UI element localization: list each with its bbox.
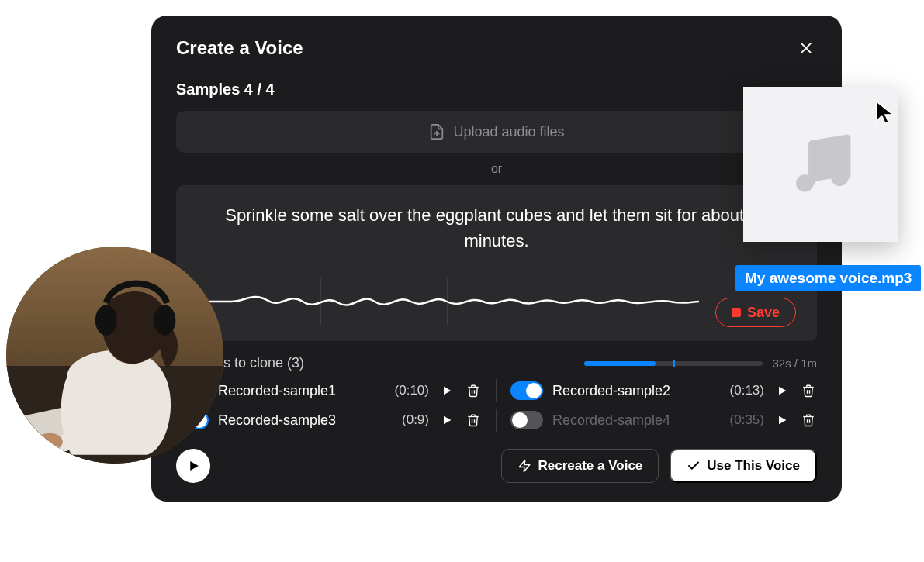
prompt-text: Sprinkle some salt over the eggplant cub… bbox=[195, 202, 798, 253]
trash-icon bbox=[801, 384, 815, 398]
sample-name: Recorded-sample4 bbox=[552, 412, 721, 429]
sample-name: Recorded-sample2 bbox=[552, 383, 721, 399]
progress-bar[interactable] bbox=[584, 361, 763, 366]
svg-marker-3 bbox=[444, 387, 451, 395]
create-voice-modal: Create a Voice Samples 4 / 4 Upload audi… bbox=[151, 16, 842, 502]
recreate-voice-button[interactable]: Recreate a Voice bbox=[501, 449, 659, 483]
svg-point-14 bbox=[154, 305, 175, 336]
svg-point-13 bbox=[95, 305, 117, 336]
modal-header: Create a Voice bbox=[176, 37, 817, 59]
play-icon bbox=[441, 384, 453, 397]
dragged-file-name: My awesome voice.mp3 bbox=[735, 265, 921, 291]
sample-row: Recorded-sample1 (0:10) bbox=[176, 379, 497, 402]
progress-fill bbox=[584, 361, 656, 366]
trash-icon bbox=[801, 413, 815, 427]
svg-marker-6 bbox=[779, 416, 786, 425]
preview-play-button[interactable] bbox=[176, 449, 210, 483]
save-label: Save bbox=[747, 305, 780, 321]
check-icon bbox=[687, 459, 701, 473]
cursor-icon bbox=[872, 99, 898, 126]
upload-audio-button[interactable]: Upload audio files bbox=[176, 111, 817, 153]
sample-row: Recorded-sample3 (0:9) bbox=[176, 409, 497, 432]
close-icon bbox=[798, 40, 814, 56]
waveform-line bbox=[195, 278, 699, 325]
or-separator: or bbox=[176, 162, 817, 176]
svg-marker-4 bbox=[779, 387, 786, 395]
upload-label: Upload audio files bbox=[453, 124, 564, 140]
sample-name: Recorded-sample3 bbox=[218, 412, 393, 429]
music-note-icon bbox=[786, 129, 856, 199]
use-label: Use This Voice bbox=[707, 458, 800, 474]
svg-marker-7 bbox=[190, 461, 199, 471]
play-sample-button[interactable] bbox=[773, 412, 791, 429]
use-this-voice-button[interactable]: Use This Voice bbox=[670, 449, 817, 483]
waveform-row: 0:05 Save bbox=[195, 275, 798, 327]
progress-marker bbox=[673, 360, 675, 367]
svg-marker-8 bbox=[520, 460, 531, 472]
play-sample-button[interactable] bbox=[438, 412, 455, 429]
clone-progress: 32s / 1m bbox=[584, 357, 817, 370]
save-recording-button[interactable]: Save bbox=[715, 298, 796, 327]
samples-counter: Samples 4 / 4 bbox=[176, 81, 817, 98]
modal-title: Create a Voice bbox=[176, 37, 303, 59]
avatar-image bbox=[6, 247, 223, 464]
progress-text: 32s / 1m bbox=[772, 357, 817, 370]
file-upload-icon bbox=[428, 123, 445, 140]
sample-row: Recorded-sample4 (0:35) bbox=[497, 409, 817, 432]
samples-list: Recorded-sample1 (0:10) Recorded-sample2… bbox=[176, 379, 817, 432]
delete-sample-button[interactable] bbox=[465, 382, 482, 399]
play-sample-button[interactable] bbox=[438, 382, 455, 399]
sample-duration: (0:35) bbox=[730, 412, 764, 428]
sample-toggle[interactable] bbox=[510, 411, 543, 429]
user-avatar bbox=[6, 247, 223, 464]
close-button[interactable] bbox=[795, 37, 817, 59]
play-icon bbox=[776, 414, 788, 426]
sample-name: Recorded-sample1 bbox=[218, 383, 386, 399]
waveform[interactable] bbox=[195, 278, 699, 325]
sample-duration: (0:9) bbox=[402, 412, 429, 428]
delete-sample-button[interactable] bbox=[800, 412, 817, 429]
clone-section-header: Samples to clone (3) 32s / 1m bbox=[176, 355, 817, 371]
sample-duration: (0:13) bbox=[730, 383, 764, 398]
delete-sample-button[interactable] bbox=[800, 382, 817, 399]
sample-row: Recorded-sample2 (0:13) bbox=[497, 379, 817, 402]
stop-icon bbox=[732, 308, 741, 317]
svg-point-11 bbox=[36, 433, 63, 450]
trash-icon bbox=[466, 384, 480, 398]
trash-icon bbox=[466, 413, 480, 427]
sample-toggle[interactable] bbox=[510, 381, 543, 400]
play-icon bbox=[186, 459, 200, 473]
play-icon bbox=[441, 414, 453, 426]
svg-marker-5 bbox=[444, 416, 451, 425]
sample-duration: (0:10) bbox=[395, 383, 429, 398]
recreate-label: Recreate a Voice bbox=[538, 458, 642, 474]
play-sample-button[interactable] bbox=[773, 382, 791, 399]
delete-sample-button[interactable] bbox=[465, 412, 482, 429]
lightning-icon bbox=[517, 459, 531, 473]
recording-panel: Sprinkle some salt over the eggplant cub… bbox=[176, 185, 817, 341]
modal-footer: Recreate a Voice Use This Voice bbox=[176, 449, 817, 483]
play-icon bbox=[776, 384, 788, 397]
